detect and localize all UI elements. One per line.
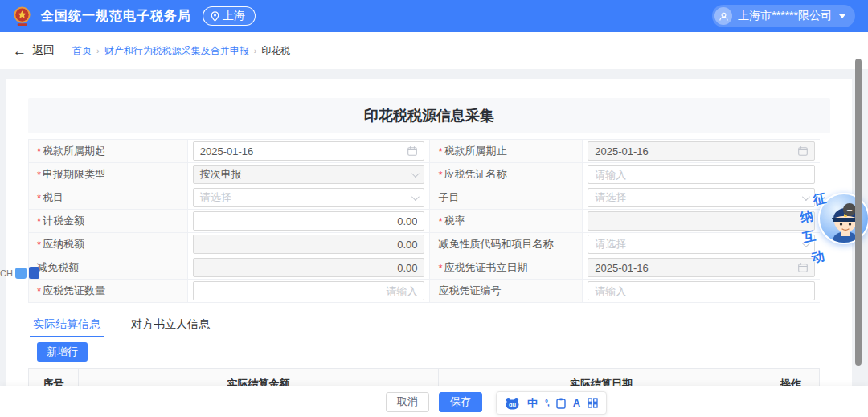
field-label-tax-item: *税目	[29, 186, 188, 209]
voucher-number-input[interactable]	[595, 282, 808, 300]
field-cell	[188, 280, 431, 302]
detail-tabs: 实际结算信息 对方书立人信息	[28, 312, 830, 337]
field-label-tax-period-end: *税款所属期止	[430, 140, 583, 162]
assistant-label-char: 互	[801, 228, 817, 247]
back-arrow-icon[interactable]: ←	[13, 44, 27, 58]
label-text: 减免性质代码和项目名称	[438, 237, 553, 251]
stamp-duty-form: *税款所属期起 2025-01-16 *税款所属期止 2025-01-16	[28, 139, 820, 303]
svg-text:du: du	[509, 401, 517, 408]
required-marker: *	[438, 145, 442, 157]
cancel-button[interactable]: 取消	[386, 392, 429, 412]
back-button[interactable]: 返回	[32, 43, 55, 58]
tax-period-end-datepicker: 2025-01-16	[588, 141, 815, 161]
field-label-sub-item: 子目	[430, 186, 583, 209]
required-marker: *	[37, 215, 41, 227]
label-text: 计税金额	[43, 214, 84, 228]
assistant-label-char: 纳	[799, 208, 815, 227]
breadcrumb-collection[interactable]: 财产和行为税税源采集及合并申报	[104, 44, 249, 58]
required-marker: *	[438, 215, 442, 227]
ime-font-icon[interactable]: A	[573, 397, 580, 409]
save-button[interactable]: 保存	[439, 392, 482, 412]
chevron-down-icon	[411, 193, 420, 201]
date-value: 2025-01-16	[200, 145, 254, 157]
form-row: *税款所属期起 2025-01-16 *税款所属期止 2025-01-16	[29, 140, 820, 163]
ime-chinese-mode-icon[interactable]: 中	[527, 396, 538, 411]
voucher-number-field-wrap	[588, 281, 815, 300]
form-row: *税目 请选择 子目 请选择	[29, 186, 820, 210]
avatar	[714, 7, 732, 25]
label-text: 应税凭证编号	[438, 284, 501, 298]
app-header: 全国统一规范电子税务局 上海 上海市******限公司	[0, 0, 868, 32]
required-marker: *	[37, 192, 41, 204]
form-row: *计税金额 *税率	[29, 210, 820, 233]
field-label-voucher-date: *应税凭证书立日期	[430, 256, 583, 279]
field-cell: 0.00	[188, 256, 431, 279]
label-text: 税款所属期止	[444, 144, 507, 158]
date-value: 2025-01-16	[595, 145, 649, 157]
required-marker: *	[37, 285, 41, 297]
page-root: 全国统一规范电子税务局 上海 上海市******限公司 ← 返回 首页	[0, 0, 868, 417]
form-row: *应纳税额 0.00 减免性质代码和项目名称 请选择	[29, 233, 820, 256]
reduction-code-select[interactable]: 请选择	[588, 235, 815, 254]
tab-counterparty-writer-info[interactable]: 对方书立人信息	[131, 312, 210, 337]
field-cell: 2025-01-16	[583, 140, 820, 162]
select-placeholder: 请选择	[595, 190, 626, 205]
field-cell: 按次申报	[188, 163, 431, 186]
select-placeholder: 请选择	[595, 237, 626, 251]
ime-keyboard-icon[interactable]	[15, 268, 27, 279]
field-cell: 0.00	[188, 233, 431, 256]
voucher-name-input[interactable]	[595, 166, 808, 183]
location-label: 上海	[223, 9, 245, 23]
company-name: 上海市******限公司	[738, 9, 832, 23]
ime-logo-icon[interactable]: du	[505, 397, 520, 410]
field-label-voucher-quantity: *应税凭证数量	[29, 280, 188, 302]
field-label-reduction-amount: 减免税额	[29, 256, 188, 279]
voucher-date-datepicker: 2025-01-16	[588, 258, 815, 277]
ime-voice-icon[interactable]: °,	[545, 399, 549, 407]
sub-item-select[interactable]: 请选择	[588, 188, 815, 207]
field-value: 0.00	[397, 262, 417, 274]
user-account-menu[interactable]: 上海市******限公司	[712, 5, 855, 27]
title-band: 印花税税源信息采集	[28, 98, 830, 133]
main-card: 印花税税源信息采集 *税款所属期起 2025-01-16 *税款所属期止 202…	[6, 79, 852, 417]
label-text: 子目	[438, 190, 459, 205]
label-text: 税率	[444, 214, 465, 228]
taxable-amount-field-wrap	[193, 211, 425, 231]
add-row-button[interactable]: 新增行	[37, 342, 88, 362]
label-text: 应纳税额	[43, 237, 84, 251]
required-marker: *	[37, 239, 41, 251]
label-text: 应税凭证书立日期	[444, 260, 528, 275]
location-pin-icon	[211, 11, 219, 22]
tax-rate-field	[588, 211, 815, 231]
field-value: 0.00	[397, 239, 417, 251]
ime-language-indicator: CH	[0, 267, 39, 279]
form-row: *应税凭证数量 应税凭证编号	[29, 280, 820, 303]
assistant-minimize-button[interactable]: –	[843, 203, 856, 216]
required-marker: *	[438, 262, 442, 274]
label-text: 应税凭证数量	[43, 284, 105, 298]
vertical-scrollbar-thumb[interactable]	[855, 59, 862, 366]
field-label-filing-period-type: *申报期限类型	[29, 163, 188, 186]
ime-grid-icon[interactable]	[588, 398, 598, 408]
required-marker: *	[37, 169, 41, 181]
field-cell	[583, 280, 820, 302]
field-cell: 请选择	[188, 186, 431, 209]
assistant-label-char: 征	[812, 190, 828, 210]
location-switcher[interactable]: 上海	[203, 6, 256, 26]
voucher-quantity-input[interactable]	[200, 282, 418, 300]
field-cell: 2025-01-16	[188, 140, 431, 162]
tax-item-select[interactable]: 请选择	[193, 188, 425, 207]
select-placeholder: 请选择	[200, 190, 231, 205]
form-row: *申报期限类型 按次申报 *应税凭证名称	[29, 163, 820, 186]
tab-actual-settlement-info[interactable]: 实际结算信息	[33, 312, 100, 337]
tax-period-start-datepicker[interactable]: 2025-01-16	[193, 141, 425, 161]
breadcrumb-home[interactable]: 首页	[72, 44, 92, 58]
breadcrumb-current: 印花税	[261, 44, 290, 58]
ime-mode-icon[interactable]	[29, 267, 39, 279]
taxable-amount-input[interactable]	[200, 212, 418, 230]
field-cell	[583, 163, 820, 186]
ime-clipboard-icon[interactable]	[556, 398, 566, 409]
field-label-voucher-name: *应税凭证名称	[430, 163, 583, 186]
chevron-down-icon	[839, 14, 845, 18]
breadcrumb-bar: ← 返回 首页 › 财产和行为税税源采集及合并申报 › 印花税	[0, 32, 868, 69]
